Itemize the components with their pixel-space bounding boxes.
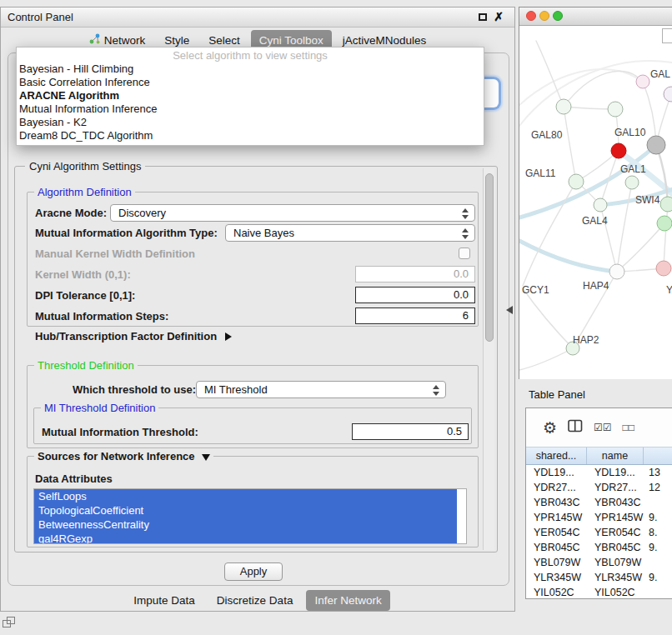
table-row[interactable]: YLR345WYLR345W9. bbox=[526, 570, 672, 585]
sources-toggle[interactable]: Sources for Network Inference bbox=[34, 450, 213, 462]
table-row[interactable]: YBL079WYBL079W bbox=[526, 555, 672, 570]
gear-icon[interactable]: ⚙ bbox=[543, 420, 557, 436]
combo-arrows-icon bbox=[462, 208, 469, 219]
table-cell: YBR043C bbox=[587, 495, 644, 510]
network-node[interactable] bbox=[611, 143, 626, 158]
table-cell: YLR345W bbox=[526, 570, 587, 585]
network-node[interactable] bbox=[609, 264, 624, 279]
table-cell: YLR345W bbox=[587, 570, 644, 585]
network-node[interactable] bbox=[647, 136, 665, 154]
network-node[interactable] bbox=[594, 198, 607, 212]
popup-placeholder: Select algorithm to view settings bbox=[17, 48, 484, 62]
dpi-tolerance-field[interactable]: 0.0 bbox=[355, 287, 475, 303]
settings-scrollbar[interactable] bbox=[483, 168, 494, 550]
tab-infer-network[interactable]: Infer Network bbox=[306, 590, 389, 611]
network-node[interactable] bbox=[664, 87, 672, 102]
tab-impute-data[interactable]: Impute Data bbox=[125, 590, 203, 611]
zoom-button[interactable] bbox=[553, 11, 563, 21]
network-node[interactable] bbox=[569, 174, 584, 189]
cyni-bottom-tabs: Impute Data Discretize Data Infer Networ… bbox=[1, 589, 514, 611]
mi-type-label: Mutual Information Algorithm Type: bbox=[35, 227, 218, 239]
list-item[interactable]: TopologicalCoefficient bbox=[34, 503, 457, 518]
dpi-tolerance-label: DPI Tolerance [0,1]: bbox=[35, 289, 135, 302]
table-toolbar: ⚙ ☑☑ □□ bbox=[526, 408, 672, 447]
table-cell: YDR27... bbox=[587, 480, 644, 495]
close-icon[interactable]: ✗ bbox=[494, 10, 504, 23]
table-row[interactable]: YIL052CYIL052C bbox=[526, 585, 672, 599]
list-item[interactable]: gal4RGexp bbox=[34, 532, 457, 544]
network-node[interactable] bbox=[625, 176, 639, 189]
algorithm-option[interactable]: Dream8 DC_TDC Algorithm bbox=[17, 129, 484, 142]
table-cell: YPR145W bbox=[526, 510, 587, 525]
selected-value: Discovery bbox=[118, 205, 166, 221]
which-threshold-label: Which threshold to use: bbox=[73, 383, 196, 396]
column-header[interactable]: name bbox=[587, 448, 644, 464]
deselect-all-icon[interactable]: □□ bbox=[623, 422, 635, 433]
scrollbar-thumb[interactable] bbox=[485, 173, 494, 342]
network-node-label: GAL bbox=[650, 68, 670, 80]
list-item[interactable]: BetweennessCentrality bbox=[34, 518, 457, 532]
network-node-label: Y bbox=[666, 284, 672, 296]
close-button[interactable] bbox=[526, 11, 536, 21]
aracne-mode-select[interactable]: Discovery bbox=[110, 204, 475, 222]
network-node-label: HAP4 bbox=[583, 280, 609, 292]
algorithm-option[interactable]: Mutual Information Inference bbox=[17, 102, 484, 116]
restore-panel-icon[interactable] bbox=[3, 617, 17, 628]
tab-discretize-data[interactable]: Discretize Data bbox=[208, 590, 302, 611]
table-row[interactable]: YER054CYER054C8. bbox=[526, 525, 672, 540]
float-window-icon[interactable] bbox=[479, 13, 487, 21]
network-canvas[interactable]: GALGAL80GAL10GAL11GAL1SWI4GAL4GCY1HAP4YH… bbox=[519, 26, 672, 379]
list-item[interactable]: SelfLoops bbox=[34, 489, 457, 503]
section-title: Threshold Definition bbox=[34, 359, 138, 372]
network-view-window: GALGAL80GAL10GAL11GAL1SWI4GAL4GCY1HAP4YH… bbox=[519, 7, 672, 379]
network-node[interactable] bbox=[660, 197, 672, 212]
network-node[interactable] bbox=[656, 261, 671, 276]
kernel-width-field[interactable]: 0.0 bbox=[355, 266, 475, 282]
table-cell: YBL079W bbox=[526, 555, 587, 570]
algorithm-option[interactable]: Bayesian - K2 bbox=[17, 116, 484, 129]
selected-value: Naive Bayes bbox=[233, 225, 294, 241]
algorithm-option[interactable]: Basic Correlation Inference bbox=[17, 76, 484, 89]
apply-button[interactable]: Apply bbox=[224, 562, 283, 581]
manual-kernel-checkbox[interactable] bbox=[459, 248, 470, 259]
window-title: Control Panel bbox=[1, 11, 73, 23]
network-node-label: GAL10 bbox=[614, 127, 646, 138]
mi-steps-field[interactable]: 6 bbox=[355, 308, 475, 324]
column-header[interactable]: shared... bbox=[526, 448, 587, 464]
table-row[interactable]: YPR145WYPR145W9. bbox=[526, 510, 672, 525]
table-row[interactable]: YBR043CYBR043C bbox=[526, 495, 672, 510]
table-cell: YDL19... bbox=[587, 465, 644, 480]
data-attributes-list[interactable]: SelfLoops TopologicalCoefficient Between… bbox=[33, 488, 467, 544]
table-cell bbox=[644, 495, 672, 510]
network-node[interactable] bbox=[608, 102, 623, 117]
table-row[interactable]: YDL19...YDL19...13 bbox=[526, 465, 672, 480]
table-cell: YDR27... bbox=[526, 480, 587, 495]
network-node[interactable] bbox=[657, 216, 672, 231]
table-cell: 8. bbox=[644, 525, 672, 540]
mi-steps-label: Mutual Information Steps: bbox=[35, 310, 168, 322]
network-node[interactable] bbox=[636, 75, 649, 88]
select-all-icon[interactable]: ☑☑ bbox=[594, 422, 612, 433]
which-threshold-select[interactable]: MI Threshold bbox=[196, 381, 446, 398]
tab-label: Select bbox=[208, 34, 240, 47]
table-cell bbox=[644, 555, 672, 570]
table-cell: YBL079W bbox=[587, 555, 644, 570]
hub-section-toggle[interactable]: Hub/Transcription Factor Definition bbox=[35, 330, 232, 342]
network-node[interactable] bbox=[556, 99, 571, 114]
minimize-button[interactable] bbox=[539, 11, 549, 21]
columns-icon[interactable] bbox=[568, 419, 583, 436]
section-title: Algorithm Definition bbox=[34, 186, 135, 198]
network-node-label: GAL4 bbox=[582, 215, 608, 227]
desktop: Control Panel ✗ Network Style Select Cyn… bbox=[0, 0, 672, 635]
mi-threshold-field[interactable]: 0.5 bbox=[352, 423, 469, 440]
algorithm-option-selected[interactable]: ARACNE Algorithm bbox=[17, 89, 484, 102]
column-header[interactable] bbox=[644, 448, 672, 464]
selected-value: MI Threshold bbox=[204, 382, 268, 398]
algorithm-option[interactable]: Bayesian - Hill Climbing bbox=[17, 62, 484, 76]
table-row[interactable]: YBR045CYBR045C9. bbox=[526, 540, 672, 555]
table-row[interactable]: YDR27...YDR27...12 bbox=[526, 480, 672, 495]
panel-collapse-arrow-icon[interactable] bbox=[506, 306, 513, 314]
table-cell: 9. bbox=[644, 510, 672, 525]
mi-type-select[interactable]: Naive Bayes bbox=[225, 224, 475, 242]
table-panel-window: ⚙ ☑☑ □□ shared... name YDL19...YDL19...1… bbox=[525, 408, 672, 599]
